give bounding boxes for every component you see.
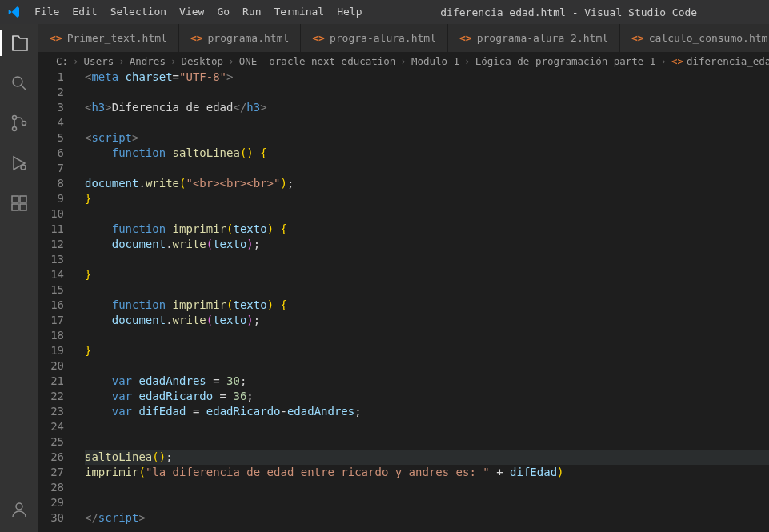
menu-file[interactable]: File [28,0,66,24]
line-number: 20 [38,358,64,374]
svg-rect-6 [20,196,26,202]
html-file-icon: <> [190,32,203,44]
menu-run[interactable]: Run [236,0,267,24]
line-number: 30 [38,510,64,526]
code-content[interactable]: <meta charset="UTF-8"><h3>Diferencia de … [78,70,769,532]
chevron-right-icon: › [226,55,236,67]
chevron-right-icon: › [659,55,668,67]
code-line[interactable]: function saltoLinea() { [85,146,769,161]
tab-primer-text[interactable]: <>Primer_text.html [38,24,179,52]
tab-progra-alura[interactable]: <>progra-alura.html [301,24,448,52]
code-line[interactable]: var edadAndres = 30; [85,374,769,389]
code-line[interactable]: } [85,343,769,358]
code-line[interactable]: } [85,267,769,282]
menu-edit[interactable]: Edit [66,0,103,24]
code-line[interactable]: <script> [85,130,769,146]
breadcrumb-part[interactable]: C: [56,55,68,67]
line-number: 26 [38,450,64,465]
svg-point-2 [13,127,17,131]
line-number: 19 [38,343,64,358]
code-line[interactable] [85,282,769,298]
source-control-icon[interactable] [0,110,38,136]
tab-programa-alura-2[interactable]: <>programa-alura 2.html [448,24,620,52]
tab-calculo-consumo[interactable]: <>calculo_consumo.html [620,24,769,52]
code-line[interactable] [85,434,769,450]
menu-go[interactable]: Go [210,0,236,24]
code-line[interactable]: function imprimir(texto) { [85,298,769,313]
code-line[interactable]: document.write(texto); [85,313,769,328]
code-line[interactable] [85,419,769,434]
chevron-right-icon: › [463,55,472,67]
breadcrumb-part[interactable]: Desktop [181,55,223,67]
svg-point-1 [13,116,17,120]
tab-label: Primer_text.html [67,32,167,44]
code-line[interactable] [85,480,769,495]
breadcrumb-part[interactable]: Modulo 1 [411,55,459,67]
html-file-icon: <> [50,32,62,44]
line-number: 24 [38,419,64,434]
html-file-icon: <> [459,32,472,44]
line-number: 13 [38,252,64,267]
html-file-icon: <> [671,55,683,67]
menu-help[interactable]: Help [330,0,368,24]
titlebar: File Edit Selection View Go Run Terminal… [0,0,769,24]
breadcrumbs[interactable]: C:› Users› Andres› Desktop› ONE- oracle … [38,52,769,70]
line-number: 28 [38,480,64,495]
code-line[interactable]: document.write(texto); [85,237,769,252]
code-line[interactable]: var difEdad = edadRicardo-edadAndres; [85,404,769,419]
breadcrumb-part[interactable]: Users [84,55,114,67]
line-number: 12 [38,237,64,252]
line-number: 7 [38,161,64,176]
html-file-icon: <> [631,32,644,44]
svg-point-9 [16,503,22,510]
line-number: 4 [38,115,64,130]
breadcrumb-file[interactable]: diferencia_edad.html [687,55,769,67]
window-title: diferencia_edad.html - Visual Studio Cod… [368,6,769,18]
breadcrumb-part[interactable]: Lógica de programación parte 1 [475,55,656,67]
menu-selection[interactable]: Selection [104,0,173,24]
line-number: 15 [38,282,64,298]
code-line[interactable] [85,252,769,267]
code-line[interactable] [85,85,769,100]
menu-terminal[interactable]: Terminal [268,0,331,24]
menu-view[interactable]: View [173,0,210,24]
breadcrumb-part[interactable]: ONE- oracle next education [239,55,396,67]
code-line[interactable]: document.write("<br><br><br>"); [85,176,769,191]
line-number: 11 [38,222,64,237]
svg-point-3 [22,122,26,126]
code-line[interactable] [85,206,769,222]
code-line[interactable]: <h3>Diferencia de edad</h3> [85,100,769,115]
editor: <>Primer_text.html <>programa.html <>pro… [38,24,769,532]
code-line[interactable] [85,161,769,176]
code-line[interactable]: imprimir("la diferencia de edad entre ri… [85,465,769,480]
search-icon[interactable] [0,70,38,96]
explorer-icon[interactable] [0,30,38,56]
line-number: 10 [38,206,64,222]
line-number: 16 [38,298,64,313]
line-number: 8 [38,176,64,191]
line-number: 3 [38,100,64,115]
extensions-icon[interactable] [0,190,38,216]
line-number: 29 [38,495,64,510]
code-line[interactable] [85,115,769,130]
accounts-icon[interactable] [0,497,38,522]
code-line[interactable]: var edadRicardo = 36; [85,389,769,404]
line-number: 14 [38,267,64,282]
code-line[interactable]: } [85,191,769,206]
tab-label: programa-alura 2.html [477,32,608,44]
code-line[interactable]: function imprimir(texto) { [85,222,769,237]
line-number: 17 [38,313,64,328]
breadcrumb-part[interactable]: Andres [130,55,166,67]
svg-point-0 [13,77,22,86]
svg-rect-8 [20,204,26,210]
code-line[interactable] [85,328,769,343]
code-line[interactable] [85,495,769,510]
run-debug-icon[interactable] [0,150,38,176]
code-line[interactable] [85,358,769,374]
line-number: 5 [38,130,64,146]
code-line[interactable]: saltoLinea(); [85,450,769,465]
code-line[interactable]: <meta charset="UTF-8"> [85,70,769,85]
code-editor[interactable]: 1234567891011121314151617181920212223242… [38,70,769,532]
tab-programa[interactable]: <>programa.html [179,24,301,52]
code-line[interactable]: </script> [85,510,769,526]
